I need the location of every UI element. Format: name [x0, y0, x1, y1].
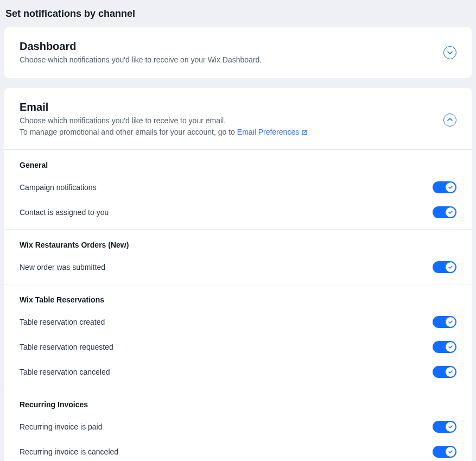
- collapse-email-button[interactable]: [443, 113, 456, 127]
- check-icon: [446, 422, 455, 432]
- check-icon: [446, 342, 455, 352]
- dashboard-card-header[interactable]: Dashboard Choose which notifications you…: [4, 27, 472, 78]
- setting-label: New order was submitted: [20, 263, 105, 271]
- setting-label: Recurring invoice is canceled: [20, 447, 118, 456]
- section-title-general: General: [20, 161, 456, 169]
- setting-row: Table reservation created: [20, 312, 456, 337]
- check-icon: [446, 262, 455, 272]
- chevron-up-icon: [447, 116, 453, 124]
- section-invoices: Recurring Invoices Recurring invoice is …: [4, 389, 472, 461]
- toggle-invoice-paid[interactable]: [433, 421, 456, 433]
- toggle-contact-assigned[interactable]: [433, 206, 456, 218]
- section-title-reservations: Wix Table Reservations: [20, 295, 456, 304]
- section-title-invoices: Recurring Invoices: [20, 400, 456, 409]
- setting-label: Campaign notifications: [20, 183, 97, 192]
- external-link-icon: [301, 129, 308, 137]
- setting-label: Table reservation created: [20, 318, 105, 326]
- email-desc-line1: Choose which notifications you'd like to…: [20, 116, 226, 125]
- email-title: Email: [20, 101, 443, 113]
- email-desc-line2-prefix: To manage promotional and other emails f…: [20, 128, 237, 136]
- check-icon: [446, 447, 455, 457]
- dashboard-card: Dashboard Choose which notifications you…: [4, 27, 472, 78]
- check-icon: [446, 317, 455, 327]
- setting-row: Campaign notifications: [20, 177, 456, 202]
- email-preferences-link[interactable]: Email Preferences: [237, 128, 308, 136]
- section-general: General Campaign notifications Contact i…: [4, 150, 472, 229]
- email-card-header[interactable]: Email Choose which notifications you'd l…: [4, 88, 472, 149]
- check-icon: [446, 207, 455, 217]
- setting-row: Contact is assigned to you: [20, 202, 456, 227]
- toggle-reservation-created[interactable]: [433, 316, 456, 328]
- section-title-restaurants: Wix Restaurants Orders (New): [20, 241, 456, 249]
- toggle-reservation-requested[interactable]: [433, 341, 456, 353]
- setting-row: Recurring invoice is paid: [20, 416, 456, 441]
- setting-label: Recurring invoice is paid: [20, 422, 103, 431]
- toggle-new-order[interactable]: [433, 261, 456, 273]
- check-icon: [446, 182, 455, 192]
- setting-row: New order was submitted: [20, 257, 456, 282]
- dashboard-title: Dashboard: [20, 40, 443, 53]
- setting-row: Recurring invoice is canceled: [20, 441, 456, 461]
- page-title: Set notifications by channel: [4, 4, 472, 27]
- email-card: Email Choose which notifications you'd l…: [4, 88, 472, 461]
- setting-row: Table reservation requested: [20, 337, 456, 362]
- setting-label: Contact is assigned to you: [20, 208, 109, 217]
- section-restaurants: Wix Restaurants Orders (New) New order w…: [4, 229, 472, 284]
- setting-row: Table reservation canceled: [20, 362, 456, 387]
- chevron-down-icon: [447, 49, 453, 57]
- section-reservations: Wix Table Reservations Table reservation…: [4, 284, 472, 389]
- email-desc: Choose which notifications you'd like to…: [20, 115, 443, 138]
- toggle-invoice-canceled[interactable]: [433, 446, 456, 458]
- expand-dashboard-button[interactable]: [443, 46, 456, 59]
- toggle-campaign-notifications[interactable]: [433, 181, 456, 193]
- dashboard-desc: Choose which notifications you'd like to…: [20, 54, 443, 65]
- setting-label: Table reservation requested: [20, 343, 113, 351]
- check-icon: [446, 367, 455, 377]
- toggle-reservation-canceled[interactable]: [433, 366, 456, 378]
- setting-label: Table reservation canceled: [20, 368, 110, 376]
